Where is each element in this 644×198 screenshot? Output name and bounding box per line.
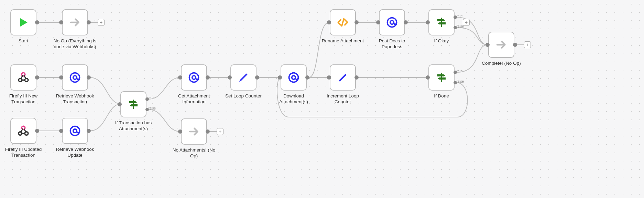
node-retrieve-webhook-transaction[interactable]: Retrieve Webhook Transaction [62, 64, 88, 105]
signpost-icon [435, 16, 448, 29]
node-label: Rename Attachment [320, 38, 365, 44]
node-firefly-new-transaction[interactable]: Firefly III New Transaction [10, 64, 36, 105]
node-label: No Op (Everything is done via Webhooks) [53, 38, 97, 50]
arrow-right-icon [495, 39, 507, 51]
add-node-button[interactable]: + [98, 19, 105, 26]
arrow-right-icon [69, 16, 81, 29]
node-firefly-updated-transaction[interactable]: Firefly III Updated Transaction [10, 118, 36, 158]
node-label: Get Attachment Information [172, 93, 216, 105]
at-sign-icon [69, 71, 81, 84]
node-rename-attachment[interactable]: Rename Attachment [330, 9, 356, 44]
at-sign-icon [287, 71, 300, 84]
node-label: Retrieve Webhook Transaction [53, 93, 97, 105]
node-if-transaction-has-attachments[interactable]: true false If Transaction has Attachment… [120, 91, 146, 132]
pencil-icon [237, 71, 250, 84]
arrow-right-icon [188, 125, 200, 138]
node-label: Set Loop Counter [221, 93, 266, 99]
node-label: Download Attachment(s) [271, 93, 316, 105]
node-if-done[interactable]: true false If Done [428, 64, 455, 99]
node-label: If Transaction has Attachment(s) [111, 120, 156, 132]
node-label: Retrieve Webhook Update [53, 147, 97, 158]
add-node-button[interactable]: + [463, 19, 470, 26]
code-icon [337, 16, 349, 29]
node-complete-noop[interactable]: + Complete! (No Op) [488, 32, 514, 66]
node-increment-loop-counter[interactable]: Increment Loop Counter [330, 64, 356, 105]
svg-point-3 [70, 73, 80, 82]
webhook-icon [17, 125, 30, 137]
node-label: Firefly III Updated Transaction [1, 147, 46, 158]
node-set-loop-counter[interactable]: Set Loop Counter [230, 64, 256, 99]
svg-point-16 [388, 18, 397, 27]
node-download-attachments[interactable]: Download Attachment(s) [281, 64, 307, 105]
node-if-okay[interactable]: true false + If Okay [428, 9, 455, 44]
node-label: Increment Loop Counter [320, 93, 365, 105]
node-post-docs-to-paperless[interactable]: Post Docs to Paperless [379, 9, 405, 50]
node-label: Firefly III New Transaction [1, 93, 46, 105]
node-label: If Okay [419, 38, 464, 44]
node-retrieve-webhook-update[interactable]: Retrieve Webhook Update [62, 118, 88, 158]
svg-point-8 [70, 126, 80, 136]
node-label: No Attachments! (No Op) [172, 147, 216, 159]
at-sign-icon [188, 71, 200, 84]
node-label: Post Docs to Paperless [370, 38, 414, 50]
signpost-icon [127, 98, 140, 111]
svg-point-13 [289, 73, 298, 82]
node-label: Complete! (No Op) [479, 61, 524, 66]
signpost-icon [435, 71, 448, 84]
node-noop-webhooks[interactable]: + No Op (Everything is done via Webhooks… [62, 9, 88, 50]
node-label: If Done [419, 93, 464, 99]
node-get-attachment-information[interactable]: Get Attachment Information [181, 64, 207, 105]
svg-point-11 [189, 73, 199, 82]
pencil-icon [337, 71, 349, 84]
at-sign-icon [69, 125, 81, 137]
node-label: Start [1, 38, 46, 44]
node-start[interactable]: Start [10, 9, 36, 44]
add-node-button[interactable]: + [524, 41, 531, 48]
add-node-button[interactable]: + [217, 128, 223, 135]
node-no-attachments-noop[interactable]: + No Attachments! (No Op) [181, 118, 207, 159]
play-icon [17, 16, 30, 29]
webhook-icon [17, 71, 30, 84]
at-sign-icon [386, 16, 398, 29]
